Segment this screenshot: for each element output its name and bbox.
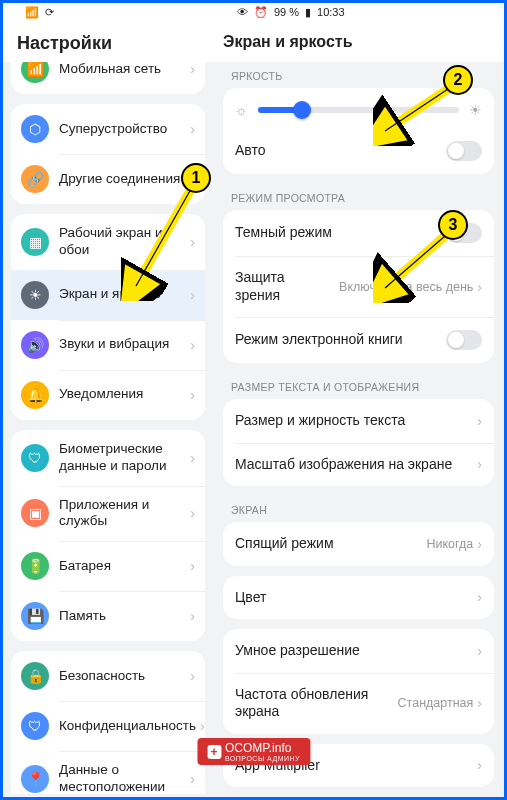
sleep-value: Никогда <box>427 537 474 551</box>
chevron-right-icon: › <box>190 608 195 624</box>
wifi-icon: 📶 <box>25 6 39 19</box>
alarm-icon: ⏰ <box>254 6 268 19</box>
sidebar-item-8[interactable]: ▣Приложения и службы› <box>11 486 205 542</box>
sidebar-icon: ⬡ <box>21 115 49 143</box>
refresh-rate-value: Стандартная <box>398 696 474 710</box>
clock-label: 10:33 <box>317 6 345 18</box>
sidebar-icon: 🛡 <box>21 444 49 472</box>
sidebar-item-label: Батарея <box>59 558 186 575</box>
annotation-arrow-1 <box>121 181 201 301</box>
annotation-arrow-2 <box>373 81 458 146</box>
sidebar-icon: ▣ <box>21 499 49 527</box>
chevron-right-icon: › <box>477 279 482 295</box>
column-headers: Настройки Экран и яркость <box>3 27 504 62</box>
sidebar-item-label: Безопасность <box>59 668 186 685</box>
annotation-badge-1: 1 <box>181 163 211 193</box>
sidebar-icon: 💾 <box>21 602 49 630</box>
color-row[interactable]: Цвет › <box>223 576 494 620</box>
chevron-right-icon: › <box>477 757 482 773</box>
chevron-right-icon: › <box>477 643 482 659</box>
sidebar-icon: 🛡 <box>21 712 49 740</box>
sidebar-item-7[interactable]: 🛡Биометрические данные и пароли› <box>11 430 205 486</box>
annotation-arrow-3 <box>373 228 458 303</box>
chevron-right-icon: › <box>190 387 195 403</box>
page-title-right: Экран и яркость <box>213 27 504 62</box>
watermark: + OCOMP.info ВОПРОСЫ АДМИНУ <box>197 738 310 765</box>
sidebar-item-label: Биометрические данные и пароли <box>59 441 186 475</box>
sun-high-icon: ☀ <box>469 102 482 118</box>
sidebar-icon: 🔒 <box>21 662 49 690</box>
section-screen: ЭКРАН <box>223 496 494 522</box>
sidebar-item-13[interactable]: 📍Данные о местоположении› <box>11 751 205 794</box>
sidebar-item-0[interactable]: 📶Мобильная сеть› <box>11 62 205 94</box>
chevron-right-icon: › <box>477 695 482 711</box>
chevron-right-icon: › <box>477 589 482 605</box>
sidebar-icon: ▦ <box>21 228 49 256</box>
sync-icon: ⟳ <box>45 6 54 19</box>
sidebar-item-label: Приложения и службы <box>59 497 186 531</box>
brightness-thumb[interactable] <box>293 101 311 119</box>
annotation-badge-2: 2 <box>443 65 473 95</box>
annotation-badge-3: 3 <box>438 210 468 240</box>
section-viewmode: РЕЖИМ ПРОСМОТРА <box>223 184 494 210</box>
chevron-right-icon: › <box>477 456 482 472</box>
ebook-mode-row[interactable]: Режим электронной книги <box>223 317 494 363</box>
sidebar-icon: 🔊 <box>21 331 49 359</box>
chevron-right-icon: › <box>200 718 205 734</box>
sidebar-item-11[interactable]: 🔒Безопасность› <box>11 651 205 701</box>
chevron-right-icon: › <box>190 505 195 521</box>
chevron-right-icon: › <box>190 450 195 466</box>
display-scale-label: Масштаб изображения на экране <box>235 456 473 474</box>
chevron-right-icon: › <box>190 771 195 787</box>
sleep-row[interactable]: Спящий режим Никогда › <box>223 522 494 566</box>
chevron-right-icon: › <box>190 337 195 353</box>
chevron-right-icon: › <box>477 536 482 552</box>
smart-resolution-label: Умное разрешение <box>235 642 473 660</box>
smart-resolution-row[interactable]: Умное разрешение › <box>223 629 494 673</box>
sidebar-icon: 🔔 <box>21 381 49 409</box>
device-frame: 📶 ⟳ 👁 ⏰ 99 % ▮ 10:33 Настройки Экран и я… <box>0 0 507 800</box>
chevron-right-icon: › <box>190 668 195 684</box>
sidebar-icon: 📶 <box>21 62 49 83</box>
sidebar-item-1[interactable]: ⬡Суперустройство› <box>11 104 205 154</box>
watermark-plus-icon: + <box>207 745 221 759</box>
sidebar-icon: ☀ <box>21 281 49 309</box>
eye-protection-label: Защита зрения <box>235 269 333 304</box>
sidebar-item-label: Суперустройство <box>59 121 186 138</box>
sidebar-item-5[interactable]: 🔊Звуки и вибрация› <box>11 320 205 370</box>
sleep-label: Спящий режим <box>235 535 421 553</box>
sidebar-item-label: Память <box>59 608 186 625</box>
text-weight-label: Размер и жирность текста <box>235 412 473 430</box>
chevron-right-icon: › <box>190 121 195 137</box>
text-weight-row[interactable]: Размер и жирность текста › <box>223 399 494 443</box>
sidebar-item-10[interactable]: 💾Память› <box>11 591 205 641</box>
battery-icon: ▮ <box>305 6 311 19</box>
section-textsize: РАЗМЕР ТЕКСТА И ОТОБРАЖЕНИЯ <box>223 373 494 399</box>
display-scale-row[interactable]: Масштаб изображения на экране › <box>223 443 494 487</box>
watermark-main: OCOMP.info <box>225 741 291 755</box>
status-bar: 📶 ⟳ 👁 ⏰ 99 % ▮ 10:33 <box>3 3 504 27</box>
page-title-left: Настройки <box>3 27 213 62</box>
ebook-mode-label: Режим электронной книги <box>235 331 446 349</box>
battery-label: 99 % <box>274 6 299 18</box>
chevron-right-icon: › <box>190 62 195 77</box>
sidebar-item-label: Конфиденциальность <box>59 718 196 735</box>
eye-icon: 👁 <box>237 6 248 18</box>
sidebar-icon: 🔗 <box>21 165 49 193</box>
sidebar-item-label: Уведомления <box>59 386 186 403</box>
chevron-right-icon: › <box>190 558 195 574</box>
sidebar-item-label: Мобильная сеть <box>59 62 186 77</box>
sidebar-icon: 🔋 <box>21 552 49 580</box>
sidebar-item-6[interactable]: 🔔Уведомления› <box>11 370 205 420</box>
refresh-rate-label: Частота обновления экрана <box>235 686 392 721</box>
color-label: Цвет <box>235 589 473 607</box>
detail-pane[interactable]: ЯРКОСТЬ ☼ ☀ Авто РЕЖИМ ПРОСМОТРА Темный … <box>213 62 504 794</box>
watermark-sub: ВОПРОСЫ АДМИНУ <box>225 755 300 762</box>
sidebar-icon: 📍 <box>21 765 49 793</box>
sidebar-item-9[interactable]: 🔋Батарея› <box>11 541 205 591</box>
ebook-mode-toggle[interactable] <box>446 330 482 350</box>
sidebar-item-label: Данные о местоположении <box>59 762 186 794</box>
sidebar-item-12[interactable]: 🛡Конфиденциальность› <box>11 701 205 751</box>
sun-low-icon: ☼ <box>235 102 248 118</box>
refresh-rate-row[interactable]: Частота обновления экрана Стандартная › <box>223 673 494 734</box>
